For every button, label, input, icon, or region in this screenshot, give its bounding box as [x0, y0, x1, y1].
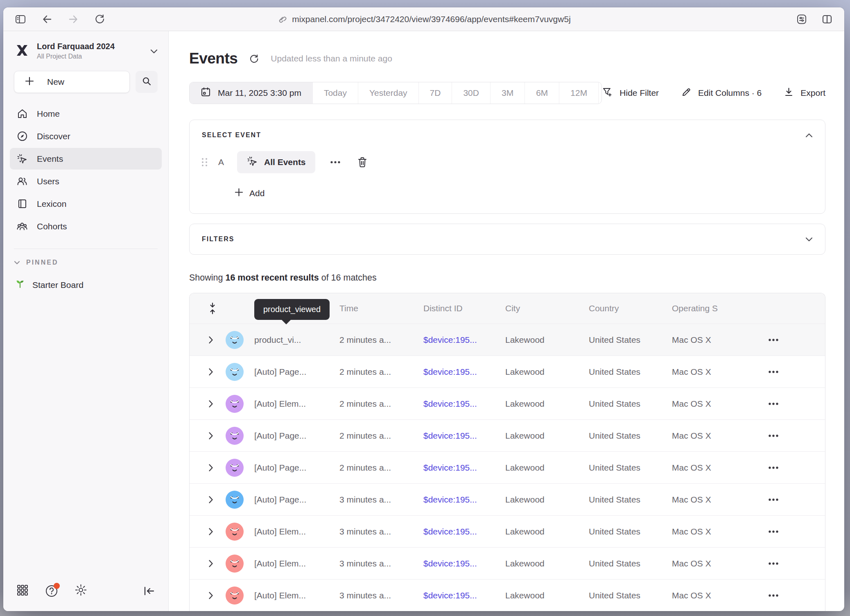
- preset-3m[interactable]: 3M: [490, 82, 524, 104]
- preset-6m[interactable]: 6M: [524, 82, 559, 104]
- row-menu-button[interactable]: [765, 402, 825, 405]
- sidebar-item-users[interactable]: Users: [10, 170, 162, 192]
- export-button[interactable]: Export: [784, 87, 825, 99]
- preset-7d[interactable]: 7D: [418, 82, 452, 104]
- row-menu-button[interactable]: [765, 466, 825, 469]
- row-expand-chevron[interactable]: [190, 400, 226, 408]
- home-icon: [16, 108, 28, 119]
- gear-icon[interactable]: [75, 584, 87, 598]
- plus-icon: [235, 188, 243, 199]
- forward-icon[interactable]: [68, 14, 79, 25]
- distinct-id-link[interactable]: $device:195...: [423, 399, 505, 409]
- row-menu-button[interactable]: [765, 594, 825, 597]
- event-time: 3 minutes a...: [339, 591, 423, 600]
- download-icon: [784, 87, 794, 99]
- event-selector-chip[interactable]: All Events: [237, 151, 315, 173]
- sidebar-item-discover[interactable]: Discover: [10, 125, 162, 147]
- column-header-city[interactable]: City: [505, 303, 589, 313]
- sidebar-item-events[interactable]: Events: [10, 148, 162, 170]
- collapse-rows-icon[interactable]: [190, 302, 226, 315]
- chevron-down-icon: [14, 260, 20, 265]
- distinct-id-link[interactable]: $device:195...: [423, 367, 505, 377]
- chevron-up-icon[interactable]: [805, 133, 813, 138]
- table-row[interactable]: [Auto] Elem...2 minutes a...$device:195.…: [190, 387, 825, 419]
- preset-today[interactable]: Today: [312, 82, 358, 104]
- row-expand-chevron[interactable]: [190, 432, 226, 440]
- preset-30d[interactable]: 30D: [452, 82, 490, 104]
- event-more-button[interactable]: [330, 161, 341, 164]
- column-header-os[interactable]: Operating S: [672, 303, 765, 313]
- sidebar-item-lexicon[interactable]: Lexicon: [10, 193, 162, 215]
- table-row[interactable]: [Auto] Page...2 minutes a...$device:195.…: [190, 451, 825, 483]
- add-event-button[interactable]: Add: [235, 188, 813, 199]
- event-avatar: [226, 331, 254, 349]
- event-time: 3 minutes a...: [339, 559, 423, 568]
- preset-12m[interactable]: 12M: [559, 82, 598, 104]
- event-city: Lakewood: [505, 591, 589, 600]
- table-row[interactable]: [Auto] Elem...3 minutes a...$device:195.…: [190, 579, 825, 611]
- distinct-id-link[interactable]: $device:195...: [423, 463, 505, 473]
- app-grid-icon[interactable]: [16, 584, 29, 598]
- row-expand-chevron[interactable]: [190, 496, 226, 504]
- page-settings-icon[interactable]: [796, 14, 807, 25]
- distinct-id-link[interactable]: $device:195...: [423, 335, 505, 345]
- preset-xtd[interactable]: XTD: [598, 82, 602, 104]
- distinct-id-link[interactable]: $device:195...: [423, 527, 505, 537]
- column-header-distinct-id[interactable]: Distinct ID: [423, 303, 505, 313]
- row-expand-chevron[interactable]: [190, 336, 226, 344]
- row-menu-button[interactable]: [765, 562, 825, 565]
- row-menu-button[interactable]: [765, 434, 825, 437]
- row-menu-button[interactable]: [765, 338, 825, 342]
- trash-icon[interactable]: [357, 156, 368, 168]
- event-name: [Auto] Elem...: [254, 399, 339, 409]
- row-expand-chevron[interactable]: [190, 591, 226, 600]
- row-menu-button[interactable]: [765, 530, 825, 533]
- pinned-section-header[interactable]: PINNED: [3, 256, 168, 270]
- reload-icon[interactable]: [94, 14, 105, 25]
- column-header-country[interactable]: Country: [589, 303, 672, 313]
- row-menu-button[interactable]: [765, 498, 825, 501]
- chevron-down-icon[interactable]: [805, 237, 813, 242]
- column-header-time[interactable]: Time: [339, 303, 423, 313]
- distinct-id-link[interactable]: $device:195...: [423, 591, 505, 600]
- collapse-sidebar-icon[interactable]: [143, 585, 155, 597]
- row-expand-chevron[interactable]: [190, 464, 226, 472]
- event-os: Mac OS X: [672, 559, 765, 568]
- new-button[interactable]: New: [14, 71, 130, 93]
- project-name: Lord Farquaad 2024: [37, 42, 144, 51]
- table-row[interactable]: product_vi...2 minutes a...$device:195..…: [190, 324, 825, 356]
- row-expand-chevron[interactable]: [190, 368, 226, 376]
- project-switcher[interactable]: Lord Farquaad 2024 All Project Data: [3, 31, 168, 69]
- preset-yesterday[interactable]: Yesterday: [358, 82, 418, 104]
- users-icon: [16, 176, 28, 187]
- distinct-id-link[interactable]: $device:195...: [423, 495, 505, 505]
- date-picker-button[interactable]: Mar 11, 2025 3:30 pm: [190, 82, 312, 104]
- table-row[interactable]: [Auto] Page...2 minutes a...$device:195.…: [190, 419, 825, 451]
- drag-handle[interactable]: [202, 158, 208, 166]
- distinct-id-link[interactable]: $device:195...: [423, 431, 505, 441]
- sidebar-item-cohorts[interactable]: Cohorts: [10, 215, 162, 237]
- table-row[interactable]: [Auto] Elem...3 minutes a...$device:195.…: [190, 515, 825, 547]
- row-menu-button[interactable]: [765, 370, 825, 374]
- url-bar[interactable]: mixpanel.com/project/3472420/view/397469…: [277, 14, 571, 24]
- row-expand-chevron[interactable]: [190, 528, 226, 536]
- event-country: United States: [589, 527, 672, 537]
- row-expand-chevron[interactable]: [190, 559, 226, 568]
- help-button[interactable]: [45, 584, 58, 598]
- sidebar-item-starter-board[interactable]: Starter Board: [3, 270, 168, 300]
- search-button[interactable]: [136, 71, 158, 93]
- sidebar-toggle-icon[interactable]: [15, 14, 26, 25]
- table-row[interactable]: [Auto] Elem...3 minutes a...$device:195.…: [190, 547, 825, 579]
- table-row[interactable]: [Auto] Page...3 minutes a...$device:195.…: [190, 483, 825, 515]
- edit-columns-button[interactable]: Edit Columns · 6: [681, 87, 762, 100]
- sidebar-item-home[interactable]: Home: [10, 103, 162, 125]
- event-city: Lakewood: [505, 399, 589, 409]
- refresh-icon[interactable]: [249, 54, 259, 64]
- table-row[interactable]: [Auto] Page...2 minutes a...$device:195.…: [190, 356, 825, 387]
- hide-filter-button[interactable]: Hide Filter: [602, 86, 659, 100]
- distinct-id-link[interactable]: $device:195...: [423, 559, 505, 568]
- event-avatar: [226, 555, 254, 573]
- back-icon[interactable]: [42, 14, 52, 25]
- split-view-icon[interactable]: [821, 14, 833, 25]
- event-row-letter: A: [218, 157, 224, 167]
